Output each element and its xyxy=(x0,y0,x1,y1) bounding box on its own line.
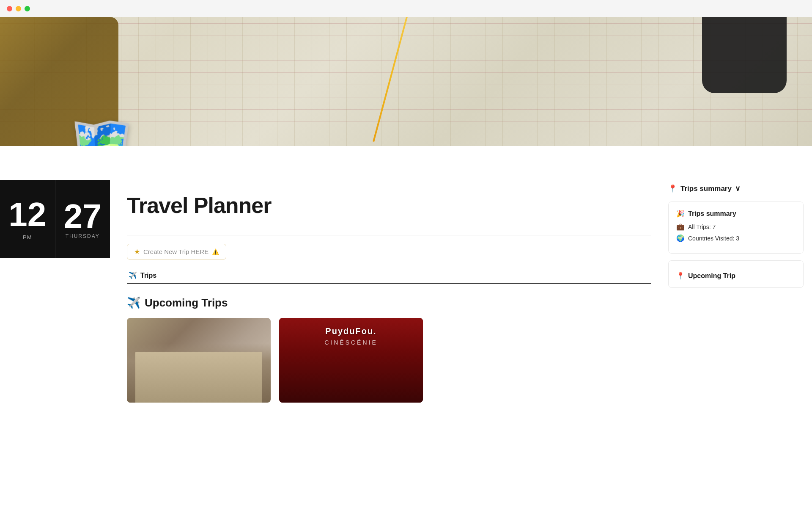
tab-trips[interactable]: ✈️ Trips xyxy=(127,268,158,284)
upcoming-icon: ✈️ xyxy=(127,296,140,309)
close-button[interactable] xyxy=(7,6,12,11)
title-bar xyxy=(0,0,812,17)
minimize-button[interactable] xyxy=(16,6,21,11)
sidebar-header-icon: 📍 xyxy=(668,184,677,193)
sidebar-summary-card: 🎉 Trips summary 💼 All Trips: 7 🌍 Countri… xyxy=(668,202,804,254)
sidebar-summary-title-text: Trips summary xyxy=(688,210,736,218)
trip-card-paris[interactable] xyxy=(127,318,271,403)
sidebar-summary-card-title: 🎉 Trips summary xyxy=(676,210,796,218)
sidebar-upcoming-card-title: 📍 Upcoming Trip xyxy=(676,268,796,280)
map-icon-container: 🗺️ xyxy=(68,116,136,146)
trip-cards-container: PuyduFou. CINÉSCÉNIE xyxy=(127,318,651,403)
sidebar-trips-summary-header[interactable]: 📍 Trips summary ∨ xyxy=(668,180,804,202)
page-title: Travel Planner xyxy=(127,193,651,218)
tabs-section: ✈️ Trips xyxy=(127,268,651,284)
sidebar-upcoming-card: 📍 Upcoming Trip xyxy=(668,260,804,288)
sidebar-upcoming-pin-icon: 📍 xyxy=(676,272,685,280)
chevron-down-icon: ∨ xyxy=(735,184,740,193)
hero-black-object xyxy=(702,17,787,93)
star-icon: ★ xyxy=(134,248,140,256)
clock-display: 12 PM 27 THURSDAY xyxy=(0,180,110,258)
hero-pencil-decoration xyxy=(373,17,408,142)
trip-card-paris-image xyxy=(127,343,271,403)
center-content: Travel Planner ★ Create New Trip HERE ⚠️… xyxy=(110,180,668,403)
clock-ampm: PM xyxy=(23,234,32,240)
create-trip-text: Create New Trip HERE xyxy=(143,248,208,255)
clock-section: 12 PM 27 THURSDAY xyxy=(0,180,110,403)
clock-minute-panel: 27 THURSDAY xyxy=(55,180,110,258)
trip-card-puydufou[interactable]: PuyduFou. CINÉSCÉNIE xyxy=(279,318,423,403)
title-divider xyxy=(127,235,651,235)
briefcase-icon: 💼 xyxy=(676,223,685,231)
warning-icon: ⚠️ xyxy=(212,248,219,255)
create-trip-button[interactable]: ★ Create New Trip HERE ⚠️ xyxy=(127,244,226,260)
trip-card-puydufou-subtitle: CINÉSCÉNIE xyxy=(324,339,378,346)
trip-card-puydufou-title: PuyduFou. xyxy=(325,326,376,336)
clock-hour-panel: 12 PM xyxy=(0,180,55,258)
map-emoji-icon: 🗺️ xyxy=(68,113,136,146)
hero-banner: 🗺️ xyxy=(0,17,812,146)
clock-day: THURSDAY xyxy=(66,233,100,239)
maximize-button[interactable] xyxy=(25,6,30,11)
globe-icon: 🌍 xyxy=(676,234,685,242)
sidebar-stat-countries: 🌍 Countries Visited: 3 xyxy=(676,234,796,242)
sidebar-all-trips-text: All Trips: 7 xyxy=(688,224,716,230)
upcoming-heading-text: Upcoming Trips xyxy=(145,296,228,309)
main-content: 12 PM 27 THURSDAY Travel Planner ★ Creat… xyxy=(0,146,812,403)
sidebar-stat-all-trips: 💼 All Trips: 7 xyxy=(676,223,796,231)
page-title-section: Travel Planner xyxy=(127,180,651,226)
upcoming-trips-heading: ✈️ Upcoming Trips xyxy=(127,296,651,309)
tab-trips-icon: ✈️ xyxy=(129,271,137,279)
sidebar-upcoming-title-text: Upcoming Trip xyxy=(688,272,735,280)
clock-minute-value: 27 xyxy=(64,199,102,233)
right-sidebar: 📍 Trips summary ∨ 🎉 Trips summary 💼 All … xyxy=(668,180,812,403)
sidebar-summary-icon: 🎉 xyxy=(676,210,685,218)
sidebar-countries-text: Countries Visited: 3 xyxy=(688,235,739,242)
sidebar-header-label: Trips summary xyxy=(680,185,732,193)
clock-hour-value: 12 xyxy=(8,198,46,232)
tab-trips-label: Trips xyxy=(140,272,156,279)
